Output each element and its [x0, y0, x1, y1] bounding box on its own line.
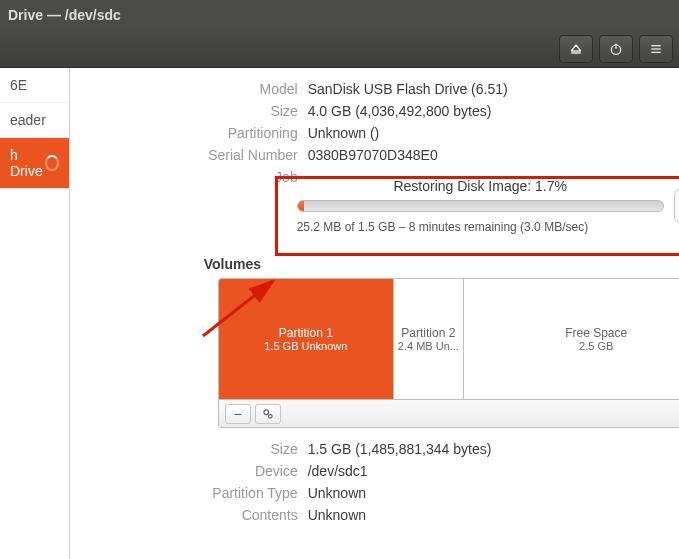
label-device: Device: [70, 463, 308, 479]
sidebar-item-label: eader: [10, 112, 46, 128]
value-contents: Unknown: [308, 507, 366, 523]
titlebar: Drive — /dev/sdc: [0, 0, 679, 30]
label-model: Model: [70, 81, 308, 97]
eject-icon: [568, 41, 584, 57]
hamburger-icon: [648, 41, 664, 57]
partition-name: Partition 2: [401, 326, 455, 340]
spinner-icon: [45, 155, 59, 171]
partition-name: Partition 1: [279, 326, 333, 340]
volume-settings-button[interactable]: [255, 404, 281, 424]
gear-icon: [261, 407, 275, 421]
progress-bar: [297, 200, 664, 212]
progress-title: Restoring Disk Image: 1.7%: [297, 178, 664, 194]
unmount-button[interactable]: −: [225, 404, 251, 424]
volumes-toolbar: −: [219, 399, 679, 427]
sidebar-item-label: 6E: [10, 77, 27, 93]
sidebar: 6E eader h Drive: [0, 68, 70, 559]
toolbar: [0, 30, 679, 68]
main-panel: ModelSanDisk USB Flash Drive (6.51) Size…: [70, 68, 679, 559]
partition-name: Free Space: [565, 326, 627, 340]
cancel-job-button[interactable]: [674, 189, 679, 223]
value-size: 4.0 GB (4,036,492,800 bytes): [308, 103, 492, 119]
power-button[interactable]: [599, 35, 633, 63]
svg-point-9: [268, 414, 272, 418]
label-contents: Contents: [70, 507, 308, 523]
window-title: Drive — /dev/sdc: [8, 7, 671, 23]
menu-button[interactable]: [639, 35, 673, 63]
value-serial: 0380B97070D348E0: [308, 147, 438, 163]
label-partition-type: Partition Type: [70, 485, 308, 501]
label-sel-size: Size: [70, 441, 308, 457]
label-partitioning: Partitioning: [70, 125, 308, 141]
progress-subtext: 25.2 MB of 1.5 GB – 8 minutes remaining …: [297, 220, 664, 234]
partition-map: Partition 1 1.5 GB Unknown Partition 2 2…: [219, 279, 679, 399]
sidebar-item[interactable]: eader: [0, 103, 69, 138]
partition-sub: 1.5 GB Unknown: [264, 340, 347, 352]
svg-point-8: [264, 409, 269, 414]
label-serial: Serial Number: [70, 147, 308, 163]
value-device: /dev/sdc1: [308, 463, 368, 479]
partition-2[interactable]: Partition 2 2.4 MB Un...: [394, 279, 464, 399]
progress-fill: [298, 201, 304, 211]
volumes-box: Partition 1 1.5 GB Unknown Partition 2 2…: [218, 278, 679, 428]
partition-sub: 2.5 GB: [579, 340, 613, 352]
sidebar-item-label: h Drive: [10, 147, 45, 179]
eject-button[interactable]: [559, 35, 593, 63]
value-sel-size: 1.5 GB (1,485,881,344 bytes): [308, 441, 492, 457]
power-icon: [608, 41, 624, 57]
free-space[interactable]: Free Space 2.5 GB: [464, 279, 679, 399]
sidebar-item[interactable]: 6E: [0, 68, 69, 103]
partition-sub: 2.4 MB Un...: [398, 340, 459, 352]
partition-1[interactable]: Partition 1 1.5 GB Unknown: [219, 279, 394, 399]
minus-icon: −: [234, 406, 242, 422]
value-model: SanDisk USB Flash Drive (6.51): [308, 81, 508, 97]
sidebar-item-selected[interactable]: h Drive: [0, 138, 69, 189]
value-partitioning: Unknown (): [308, 125, 380, 141]
value-partition-type: Unknown: [308, 485, 366, 501]
label-size: Size: [70, 103, 308, 119]
volumes-heading: Volumes: [204, 256, 679, 272]
label-job: Job: [70, 169, 308, 185]
